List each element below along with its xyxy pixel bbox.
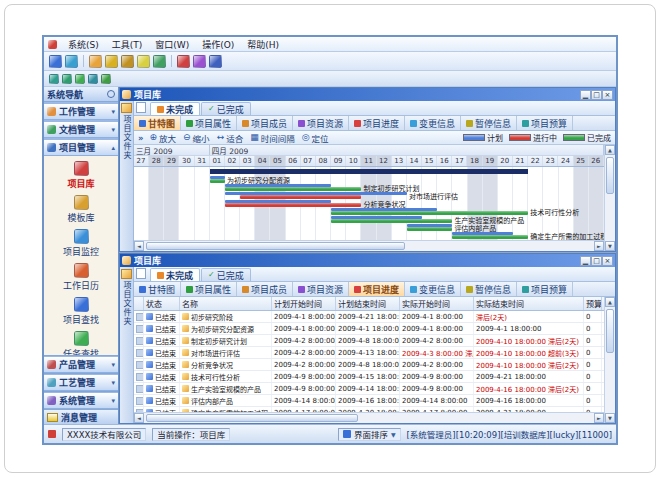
column-header-7[interactable]: 预算: [584, 297, 602, 310]
sidebar-item-project-search[interactable]: 项目查找: [44, 295, 118, 328]
gantt-tab-progress[interactable]: 项目进度: [349, 116, 405, 130]
gantt-tab-resources[interactable]: 项目资源: [293, 116, 349, 130]
table-row[interactable]: 已结束生产实验室规模的产品2009-4-9 8:00:002009-4-14 1…: [134, 383, 604, 395]
table-row[interactable]: 已结束技术可行性分析2009-4-9 8:00:002009-4-15 18:0…: [134, 371, 604, 383]
table-row[interactable]: 已结束为初步研究分配资源2009-4-1 8:00:002009-4-1 18:…: [134, 323, 604, 335]
table-row[interactable]: 已结束制定初步研究计划2009-4-2 8:00:002009-4-8 18:0…: [134, 335, 604, 347]
progress-tab-properties[interactable]: 项目属性: [181, 282, 237, 296]
zoom-out-button[interactable]: ⊖缩小: [183, 132, 210, 144]
gantt-viewtab-finished[interactable]: ✓已完成: [201, 102, 251, 115]
home-icon[interactable]: [65, 55, 78, 68]
gantt-vertical-scrollbar[interactable]: ▲ ▼: [604, 145, 615, 251]
fit-button[interactable]: ↔适合: [217, 132, 244, 144]
window-tile-icon[interactable]: [75, 74, 85, 84]
close-button[interactable]: ×: [602, 90, 613, 100]
sort-dropdown[interactable]: 界面排序 ▼: [338, 428, 401, 441]
gantt-bar-actual[interactable]: [331, 219, 452, 223]
table-row[interactable]: 已结束初步研究阶段2009-4-1 8:00:002009-4-21 18:00…: [134, 311, 604, 323]
gantt-bar-actual[interactable]: [407, 227, 452, 231]
sidebar-tab-messages[interactable]: 消息管理: [44, 409, 118, 424]
sidebar-group-system-management[interactable]: 系统管理▾: [44, 392, 118, 409]
gantt-bar-actual[interactable]: [210, 179, 225, 183]
toolbar-overflow-chevron[interactable]: »: [138, 133, 144, 143]
save-icon[interactable]: [49, 55, 62, 68]
table-row[interactable]: 已结束评估内部产品2009-4-14 8:00:002009-4-16 18:0…: [134, 395, 604, 407]
maximize-button[interactable]: □: [591, 90, 602, 100]
sidebar-group-process-management[interactable]: 工艺管理▾: [44, 374, 118, 391]
sidebar-group-document-management[interactable]: 文档管理▾: [44, 121, 118, 138]
column-header-6[interactable]: 实际结束时间: [474, 297, 584, 310]
scroll-left-arrow[interactable]: ◄: [134, 413, 144, 423]
progress-viewtab-finished[interactable]: ✓已完成: [201, 268, 251, 281]
key-icon[interactable]: [121, 55, 134, 68]
mail-icon[interactable]: [137, 55, 150, 68]
gantt-bar-actual[interactable]: [240, 195, 361, 199]
sidebar-item-template-library[interactable]: 模板库: [44, 193, 118, 226]
pushpin-icon[interactable]: [107, 90, 115, 98]
column-header-0[interactable]: [134, 297, 144, 310]
interval-button[interactable]: ▦时间间隔: [250, 132, 295, 144]
column-header-5[interactable]: 实际开始时间: [400, 297, 474, 310]
gantt-bar-summary[interactable]: [210, 169, 528, 174]
column-header-1[interactable]: 状态: [144, 297, 180, 310]
project-folder-tab[interactable]: 项目文件夹: [120, 267, 134, 423]
minimize-button[interactable]: ▁: [580, 256, 591, 266]
progress-tab-gantt[interactable]: 甘特图: [134, 282, 181, 296]
gantt-bar-actual[interactable]: [452, 235, 528, 239]
gantt-tab-pauses[interactable]: 暂停信息: [461, 116, 517, 130]
alert-icon[interactable]: [177, 55, 190, 68]
sidebar-item-project-library[interactable]: 项目库: [44, 159, 118, 192]
progress-tab-progress[interactable]: 项目进度: [349, 282, 405, 296]
progress-tab-budget[interactable]: 项目预算: [517, 282, 573, 296]
progress-tab-members[interactable]: 项目成员: [237, 282, 293, 296]
project-folder-tab[interactable]: 项目文件夹: [120, 101, 134, 251]
settings-icon[interactable]: [193, 55, 206, 68]
scroll-left-arrow[interactable]: ◄: [134, 241, 144, 251]
window-list-icon[interactable]: [101, 74, 111, 84]
table-row[interactable]: 已结束对市场进行评估2009-4-2 8:00:002009-4-13 18:0…: [134, 347, 604, 359]
scroll-up-arrow[interactable]: ▲: [605, 297, 615, 307]
progress-tab-pauses[interactable]: 暂停信息: [461, 282, 517, 296]
table-horizontal-scrollbar[interactable]: ◄ ►: [134, 412, 604, 423]
table-vertical-scrollbar[interactable]: ▲ ▼: [604, 297, 615, 423]
menu-item-4[interactable]: 帮助(H): [245, 38, 281, 51]
progress-viewtab-unfinished[interactable]: 未完成: [150, 268, 200, 281]
scrollbar-thumb[interactable]: [146, 414, 358, 422]
gantt-bar-actual[interactable]: [331, 211, 528, 215]
column-header-2[interactable]: 名称: [180, 297, 272, 310]
sidebar-group-project-management[interactable]: 项目管理▴: [44, 139, 118, 156]
minimize-button[interactable]: ▁: [580, 90, 591, 100]
scrollbar-thumb[interactable]: [606, 157, 614, 194]
sidebar-group-work-management[interactable]: 工作管理▾: [44, 103, 118, 120]
gantt-tab-members[interactable]: 项目成员: [237, 116, 293, 130]
menu-item-2[interactable]: 窗口(W): [153, 38, 191, 51]
sidebar-item-work-calendar[interactable]: 工作日历: [44, 261, 118, 294]
gantt-tab-changes[interactable]: 变更信息: [405, 116, 461, 130]
progress-tab-changes[interactable]: 变更信息: [405, 282, 461, 296]
gantt-window-titlebar[interactable]: 项目库 ▁□×: [120, 88, 615, 101]
folder-icon[interactable]: [89, 55, 102, 68]
sidebar-group-product-management[interactable]: 产品管理▾: [44, 356, 118, 373]
lock-icon[interactable]: [105, 55, 118, 68]
scroll-up-arrow[interactable]: ▲: [605, 145, 615, 155]
gantt-horizontal-scrollbar[interactable]: ◄ ►: [134, 240, 604, 251]
progress-window-titlebar[interactable]: 项目库 ▁□×: [120, 254, 615, 267]
sidebar-item-project-monitor[interactable]: 项目监控: [44, 227, 118, 260]
menu-item-0[interactable]: 系统(S): [66, 38, 101, 51]
column-header-4[interactable]: 计划结束时间: [336, 297, 400, 310]
scroll-down-arrow[interactable]: ▼: [605, 241, 615, 251]
menu-item-1[interactable]: 工具(T): [110, 38, 145, 51]
scroll-right-arrow[interactable]: ►: [594, 241, 604, 251]
gantt-tab-gantt[interactable]: 甘特图: [134, 116, 181, 130]
window-close-icon[interactable]: [88, 74, 98, 84]
scrollbar-thumb[interactable]: [606, 309, 614, 353]
gantt-tab-budget[interactable]: 项目预算: [517, 116, 573, 130]
help-icon[interactable]: [209, 55, 222, 68]
menu-item-3[interactable]: 操作(O): [200, 38, 236, 51]
sidebar-item-task-search[interactable]: 任务查找: [44, 329, 118, 355]
gantt-viewtab-unfinished[interactable]: 未完成: [150, 102, 200, 115]
window-cascade-icon[interactable]: [62, 74, 72, 84]
window-new-icon[interactable]: [49, 74, 59, 84]
locate-button[interactable]: ◎定位: [302, 132, 329, 144]
gantt-bar-actual[interactable]: [225, 187, 361, 191]
